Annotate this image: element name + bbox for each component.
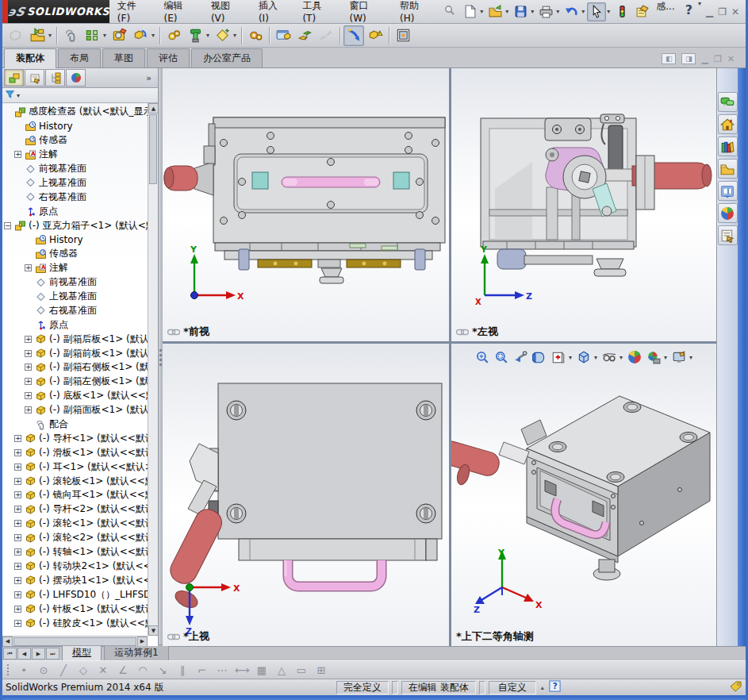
tree-row[interactable]: +(-) 转动块2<1> (默认<<默 xyxy=(2,560,148,574)
sketch-tool-10-icon[interactable]: ⋯ xyxy=(215,664,229,676)
featuremanager-design-tree-tab[interactable] xyxy=(4,69,24,87)
viewport-left[interactable]: Y Z X *左视 xyxy=(451,68,716,341)
tree-expander-slot[interactable]: + xyxy=(14,490,23,499)
configurationmanager-tab[interactable] xyxy=(45,69,65,87)
tree-expander-plus[interactable]: + xyxy=(25,264,32,271)
tree-row[interactable]: 配合 xyxy=(2,417,148,432)
tree-expander-slot[interactable]: + xyxy=(14,150,23,159)
menu-item-2[interactable]: 视图(V) xyxy=(203,0,251,23)
apply-scene-icon[interactable] xyxy=(645,349,662,365)
tree-row[interactable]: +(-) 副箱左侧板<1> (默认 xyxy=(2,375,148,389)
viewport-top[interactable]: X Z *上视 xyxy=(163,344,449,646)
section-view-icon[interactable] xyxy=(531,349,548,365)
sketch-tool-12-icon[interactable]: ▦ xyxy=(255,664,269,676)
open-document-icon[interactable] xyxy=(485,2,504,21)
sketch-tool-6-icon[interactable]: ◠ xyxy=(136,664,150,676)
tree-row[interactable]: History xyxy=(2,233,148,247)
tree-row[interactable]: +A注解 xyxy=(2,148,148,162)
appearances-scenes-icon[interactable] xyxy=(718,203,738,223)
undo-dropdown-caret[interactable]: ▾ xyxy=(580,8,586,15)
tree-expander-plus[interactable]: + xyxy=(25,378,32,385)
tree-expander-plus[interactable]: + xyxy=(14,591,21,598)
tree-expander-slot[interactable]: + xyxy=(25,363,33,371)
apply-scene-dropdown-caret[interactable]: ▾ xyxy=(662,354,669,361)
close-button[interactable]: ✕ xyxy=(731,6,739,17)
toolbar-drag-handle[interactable] xyxy=(7,664,9,675)
tree-expander-plus[interactable]: + xyxy=(14,435,21,442)
explode-line-sketch-icon[interactable] xyxy=(316,25,336,46)
model-tab-0[interactable]: 模型 xyxy=(62,644,102,660)
vertical-scroll-thumb[interactable] xyxy=(149,114,157,184)
tab-4[interactable]: 办公室产品 xyxy=(191,48,263,67)
tree-expander-plus[interactable]: + xyxy=(14,534,21,541)
tab-nav-next-button[interactable]: ▶ xyxy=(32,648,45,660)
undo-icon[interactable] xyxy=(562,2,581,21)
tree-expander-plus[interactable]: + xyxy=(14,491,21,498)
save-document-icon[interactable] xyxy=(511,2,530,21)
tree-row[interactable]: 感度检查器 (默认<默认_显示状 xyxy=(2,105,148,119)
displaymanager-tab[interactable] xyxy=(66,69,86,87)
tree-expander-slot[interactable]: + xyxy=(14,590,23,599)
new-document-dropdown-caret[interactable]: ▾ xyxy=(478,8,485,15)
move-component-icon[interactable] xyxy=(130,25,151,46)
tree-row[interactable]: +A注解 xyxy=(2,261,148,275)
tree-expander-slot[interactable]: − xyxy=(4,221,13,230)
status-help-icon[interactable]: ? xyxy=(549,680,561,694)
scroll-right-button[interactable]: ▶ xyxy=(137,637,148,647)
exploded-view-icon[interactable] xyxy=(294,25,315,46)
tree-expander-slot[interactable]: + xyxy=(14,576,23,585)
tree-row[interactable]: 传感器 xyxy=(2,247,148,261)
open-document-dropdown-caret[interactable]: ▾ xyxy=(504,8,510,15)
filter-funnel-icon[interactable] xyxy=(5,88,15,103)
menu-item-6[interactable]: 帮助(H) xyxy=(392,0,440,23)
sketch-tool-7-icon[interactable]: ↘ xyxy=(155,664,170,676)
new-document-icon[interactable] xyxy=(460,2,479,21)
select-cursor-dropdown-caret[interactable]: ▾ xyxy=(605,8,612,15)
tree-horizontal-scrollbar[interactable]: ◀ ▶ xyxy=(2,636,148,646)
tree-row[interactable]: +(-) 耳<1> (默认<<默认>_显 xyxy=(2,460,148,474)
minimize-button[interactable]: ▁ xyxy=(706,6,713,17)
rebuild-traffic-light-icon[interactable] xyxy=(612,2,631,21)
viewport-front[interactable]: Y X *前视 xyxy=(163,68,449,341)
zoom-to-fit-icon[interactable] xyxy=(474,349,491,365)
linear-component-pattern-icon[interactable] xyxy=(82,25,102,46)
tree-row[interactable]: +(-) LHFSD10（）_LHFSD10< xyxy=(2,587,148,602)
scroll-down-button[interactable]: ▼ xyxy=(148,625,158,636)
tree-row[interactable]: +(-) 滚轮<2> (默认<<默认>. xyxy=(2,531,148,545)
tree-expander-plus[interactable]: + xyxy=(14,151,21,158)
sketch-tool-0-icon[interactable]: • xyxy=(17,664,31,676)
mate-icon[interactable] xyxy=(60,25,81,46)
tree-row[interactable]: 原点 xyxy=(2,204,148,218)
file-properties-icon[interactable] xyxy=(632,2,651,21)
units-caret[interactable]: ▴ xyxy=(541,684,544,691)
scroll-left-button[interactable]: ◀ xyxy=(2,637,13,647)
instant3d-icon[interactable] xyxy=(343,25,364,46)
tree-expander-plus[interactable]: + xyxy=(25,363,32,371)
view-settings-icon[interactable] xyxy=(670,349,688,365)
end-cap-icon[interactable] xyxy=(185,25,205,46)
tree-expander-plus[interactable]: + xyxy=(25,350,32,357)
viewport-isometric[interactable]: ▾▾▾▾▾ Y X Z *上下二等角轴测 xyxy=(451,344,716,646)
update-speedpak-icon[interactable]: ! xyxy=(365,25,386,46)
design-library-icon[interactable] xyxy=(718,137,738,156)
view-orientation-icon[interactable] xyxy=(550,349,567,365)
propertymanager-tab[interactable] xyxy=(25,69,44,87)
tree-row[interactable]: +(-) 导杆<1> (默认<<默认>. xyxy=(2,431,148,445)
tree-expander-plus[interactable]: + xyxy=(14,478,21,485)
tree-expander-slot[interactable]: + xyxy=(14,548,23,556)
tree-expander-slot[interactable]: + xyxy=(25,263,33,272)
sketch-tool-9-icon[interactable]: ⌐ xyxy=(195,664,209,676)
solidworks-forum-icon[interactable] xyxy=(718,92,738,112)
display-style-dropdown-caret[interactable]: ▾ xyxy=(593,354,599,361)
motion-study-gears-icon[interactable] xyxy=(245,25,266,46)
view-palette-icon[interactable] xyxy=(718,181,738,201)
tree-expander-slot[interactable]: + xyxy=(14,562,23,571)
model-tab-1[interactable]: 运动算例1 xyxy=(104,644,169,660)
tree-expander-slot[interactable]: + xyxy=(25,349,33,358)
previous-window-button[interactable]: ◧ xyxy=(662,53,676,64)
linear-component-pattern-dropdown-caret[interactable]: ▾ xyxy=(102,32,108,39)
tree-vertical-scrollbar[interactable]: ▲ ▼ xyxy=(148,103,158,636)
tree-expander-slot[interactable]: + xyxy=(25,406,33,414)
tree-row[interactable]: +(-) 滚轮板<1> (默认<<默认 xyxy=(2,474,148,488)
sketch-tool-8-icon[interactable]: ∥ xyxy=(175,664,190,676)
